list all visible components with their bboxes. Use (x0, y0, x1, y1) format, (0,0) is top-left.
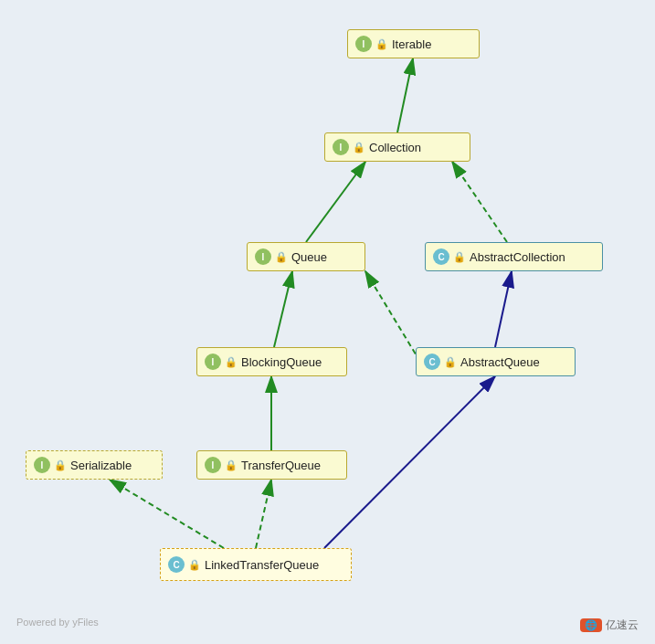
lock-abstractqueue: 🔒 (444, 356, 457, 368)
svg-line-4 (306, 162, 365, 242)
logo-text: 亿速云 (606, 618, 639, 633)
svg-line-8 (495, 271, 512, 347)
lock-collection: 🔒 (353, 142, 365, 153)
lock-iterable: 🔒 (375, 38, 388, 50)
svg-line-6 (274, 271, 292, 347)
label-serializable: Serializable (70, 459, 132, 472)
lock-linkedtransferqueue: 🔒 (188, 559, 201, 571)
svg-line-3 (397, 58, 413, 132)
node-collection: I 🔒 Collection (324, 132, 470, 162)
logo-badge: 🌐 (580, 618, 602, 632)
node-abstractcollection: C 🔒 AbstractCollection (425, 242, 603, 271)
node-transferqueue: I 🔒 TransferQueue (196, 450, 347, 480)
node-blockingqueue: I 🔒 BlockingQueue (196, 347, 347, 376)
node-serializable: I 🔒 Serializable (26, 450, 163, 480)
svg-line-7 (365, 271, 420, 362)
badge-transferqueue: I (205, 457, 221, 473)
badge-serializable: I (34, 457, 50, 473)
badge-queue: I (255, 248, 271, 265)
lock-abstractcollection: 🔒 (453, 251, 466, 263)
label-iterable: Iterable (392, 37, 431, 51)
label-abstractqueue: AbstractQueue (460, 355, 540, 369)
node-abstractqueue: C 🔒 AbstractQueue (416, 347, 576, 376)
node-iterable: I 🔒 Iterable (347, 29, 480, 58)
label-linkedtransferqueue: LinkedTransferQueue (205, 558, 319, 572)
lock-queue: 🔒 (275, 251, 288, 263)
logo: 🌐 亿速云 (580, 618, 639, 633)
label-collection: Collection (369, 141, 421, 154)
badge-collection: I (333, 139, 349, 155)
label-queue: Queue (291, 250, 327, 264)
badge-linkedtransferqueue: C (168, 556, 185, 573)
lock-serializable: 🔒 (54, 459, 67, 471)
svg-line-5 (452, 162, 507, 242)
lock-blockingqueue: 🔒 (225, 356, 238, 368)
node-linkedtransferqueue: C 🔒 LinkedTransferQueue (160, 548, 352, 581)
label-abstractcollection: AbstractCollection (470, 250, 565, 264)
diagram-container: I 🔒 Iterable I 🔒 Collection I 🔒 Queue C … (0, 0, 655, 644)
label-blockingqueue: BlockingQueue (241, 355, 322, 369)
lock-transferqueue: 🔒 (225, 459, 238, 471)
svg-line-11 (256, 480, 271, 548)
watermark: Powered by yFiles (16, 617, 99, 628)
label-transferqueue: TransferQueue (241, 459, 321, 472)
badge-iterable: I (355, 36, 372, 52)
svg-line-12 (324, 376, 495, 548)
badge-abstractcollection: C (433, 248, 449, 265)
badge-blockingqueue: I (205, 354, 221, 370)
node-queue: I 🔒 Queue (247, 242, 365, 271)
badge-abstractqueue: C (424, 354, 440, 370)
svg-line-10 (110, 480, 224, 548)
